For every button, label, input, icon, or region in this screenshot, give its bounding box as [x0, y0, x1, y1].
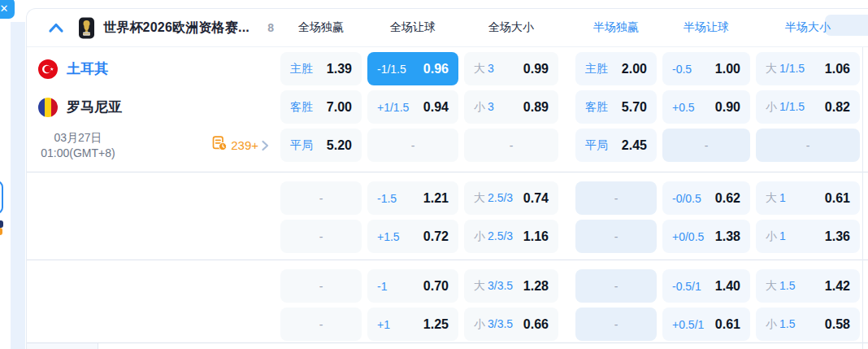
- market-column-header[interactable]: 半场大小: [756, 20, 860, 35]
- odds-cell[interactable]: +0.50.90: [662, 90, 750, 124]
- odds-cell[interactable]: -1.51.21: [367, 181, 458, 215]
- odds-cell[interactable]: 小2.5/31.16: [464, 220, 558, 253]
- odds-cell[interactable]: 大2.5/30.74: [464, 181, 558, 215]
- odds-cell[interactable]: 小11.36: [756, 220, 860, 253]
- odds-cell: -: [280, 308, 362, 341]
- odds-cell: -: [575, 269, 657, 303]
- chevron-right-icon: [261, 140, 269, 151]
- odds-cell[interactable]: 小1.50.58: [756, 308, 860, 341]
- odds-cell[interactable]: 小3/3.50.66: [464, 308, 558, 341]
- odds-cell: -: [756, 129, 860, 162]
- odds-cell[interactable]: 小30.89: [464, 90, 558, 124]
- next-match-row-cut: [27, 343, 868, 349]
- odds-cell[interactable]: 客胜7.00: [280, 90, 362, 124]
- odds-cell[interactable]: 大3/3.51.28: [464, 269, 558, 303]
- odds-cell[interactable]: +0.5/10.61: [662, 308, 750, 341]
- kickoff-time: 03月27日 01:00(GMT+8): [28, 130, 128, 161]
- odds-cell: -: [575, 220, 657, 253]
- league-odds-card: 世界杯2026欧洲资格赛... 8 全场独赢全场让球全场大小半场独赢半场让球半场…: [26, 8, 868, 349]
- markets-list-icon: [212, 136, 228, 155]
- odds-cell[interactable]: 主胜2.00: [575, 52, 657, 85]
- market-column-headers: 全场独赢全场让球全场大小半场独赢半场让球半场大小: [280, 20, 860, 35]
- extra-lines-group-1: --1.51.21大2.5/30.74--0/0.50.62大10.61-+1.…: [27, 172, 868, 253]
- odds-cell[interactable]: 大30.99: [464, 52, 558, 85]
- odds-cell[interactable]: +1/1.50.94: [367, 90, 458, 124]
- collapse-chevron-up-icon[interactable]: [47, 21, 65, 34]
- romania-flag-icon: [38, 98, 58, 117]
- market-column-header[interactable]: 全场独赢: [280, 20, 362, 35]
- odds-cell: -: [280, 181, 362, 215]
- odds-cell[interactable]: -0.5/11.40: [662, 269, 750, 303]
- offscreen-selected-odds-cell: [0, 181, 3, 214]
- odds-cell[interactable]: 大1.51.42: [756, 269, 860, 303]
- odds-cell[interactable]: +11.25: [367, 308, 458, 341]
- turkey-flag-icon: [38, 59, 58, 79]
- odds-cell: -: [464, 129, 558, 162]
- league-match-count: 8: [267, 21, 274, 34]
- odds-cell[interactable]: -10.70: [367, 269, 458, 303]
- home-team[interactable]: 土耳其: [27, 52, 280, 85]
- odds-cell[interactable]: -1/1.50.96: [367, 52, 458, 85]
- odds-cell[interactable]: -0.51.00: [662, 52, 750, 85]
- extra-lines-group-2: --10.70大3/3.51.28--0.5/11.40大1.51.42-+11…: [27, 260, 868, 341]
- odds-cell: -: [575, 181, 657, 215]
- odds-cell: -: [575, 308, 657, 341]
- close-button[interactable]: ✕: [0, 0, 15, 19]
- odds-cell: -: [280, 220, 362, 253]
- odds-cell: -: [367, 129, 458, 162]
- odds-cell[interactable]: -0/0.50.62: [662, 181, 750, 215]
- trophy-icon: [78, 17, 95, 39]
- market-column-header[interactable]: 半场独赢: [575, 20, 657, 35]
- odds-cell[interactable]: +1.50.72: [367, 220, 458, 253]
- close-icon: ✕: [0, 2, 8, 15]
- markets-count: 239+: [231, 138, 258, 152]
- market-column-header[interactable]: 全场让球: [367, 20, 458, 35]
- odds-cell[interactable]: 平局2.45: [575, 129, 657, 162]
- league-title: 世界杯2026欧洲资格赛...: [103, 20, 250, 37]
- away-team-name: 罗马尼亚: [67, 98, 122, 116]
- kickoff-date: 03月27日: [28, 130, 128, 146]
- odds-cell[interactable]: +0/0.51.38: [662, 220, 750, 253]
- collapsed-side-panel: [11, 22, 25, 349]
- odds-cell[interactable]: 小1/1.50.82: [756, 90, 860, 124]
- odds-cell: -: [280, 269, 362, 303]
- away-team[interactable]: 罗马尼亚: [27, 90, 280, 124]
- column-divider: [862, 47, 863, 349]
- odds-cell[interactable]: 平局5.20: [280, 129, 362, 162]
- odds-cell: -: [662, 129, 750, 162]
- odds-cell[interactable]: 客胜5.70: [575, 90, 657, 124]
- market-column-header[interactable]: 全场大小: [464, 20, 558, 35]
- odds-cell[interactable]: 大1/1.51.06: [756, 52, 860, 85]
- market-column-header[interactable]: 半场让球: [662, 20, 750, 35]
- league-header: 世界杯2026欧洲资格赛... 8 全场独赢全场让球全场大小半场独赢半场让球半场…: [27, 9, 868, 47]
- more-markets-link[interactable]: 239+: [212, 136, 269, 155]
- offscreen-icon: [0, 220, 5, 235]
- odds-cell[interactable]: 主胜1.39: [280, 52, 362, 85]
- kickoff-clock: 01:00(GMT+8): [28, 146, 128, 161]
- odds-cell[interactable]: 大10.61: [756, 181, 860, 215]
- home-team-name: 土耳其: [67, 59, 108, 78]
- match-row: 土耳其 罗马尼亚 03月27日: [27, 47, 868, 162]
- next-match-cell: [27, 343, 98, 349]
